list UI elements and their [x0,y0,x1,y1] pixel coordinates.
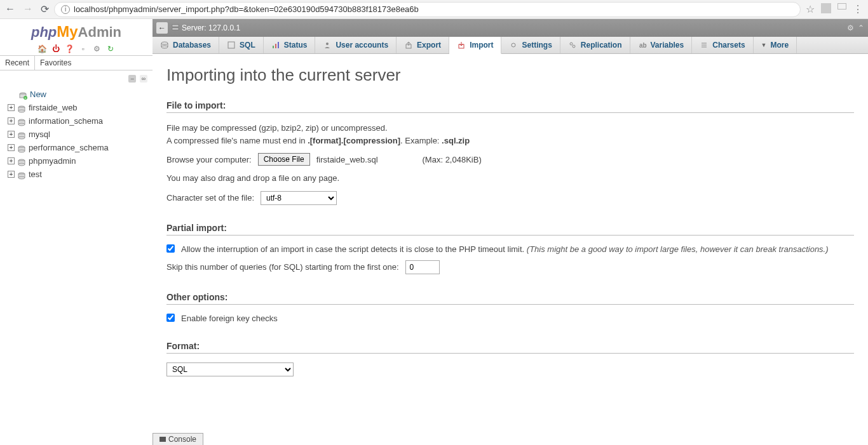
server-icon [172,23,179,33]
page-collapse-icon[interactable]: ⌃ [858,23,864,32]
collapse-nav-icon[interactable]: ← [156,22,168,34]
menu-icon[interactable]: ⋮ [853,3,863,15]
chosen-file-name: firstaide_web.sql [316,155,378,164]
reload-icon[interactable]: ⟳ [41,3,49,15]
tab-sql[interactable]: SQL [219,37,264,53]
fk-checks-label: Enable foreign key checks [181,314,278,323]
svg-point-35 [512,43,515,47]
svg-point-24 [161,42,168,44]
svg-rect-29 [273,46,274,48]
recent-tab[interactable]: Recent [0,56,35,70]
svg-point-6 [18,110,25,112]
expand-icon[interactable]: + [8,131,15,138]
chevron-down-icon: ▼ [761,42,767,48]
server-label[interactable]: Server: 127.0.0.1 [182,23,240,32]
home-icon[interactable]: 🏠 [37,44,46,53]
databases-icon [160,41,169,50]
allow-interrupt-label: Allow the interruption of an import in c… [181,244,829,254]
tab-variables[interactable]: abVariables [630,37,693,53]
svg-point-12 [18,136,25,139]
tab-status[interactable]: Status [264,37,316,53]
db-label: performance_schema [29,143,109,152]
charsets-icon [700,41,709,50]
back-icon[interactable]: ← [5,3,15,15]
database-icon [17,131,26,138]
svg-point-36 [570,43,573,45]
tab-replication[interactable]: Replication [560,37,630,53]
replication-icon [568,41,577,50]
tab-charsets[interactable]: Charsets [692,37,753,53]
tab-export[interactable]: Export [397,37,449,53]
svg-point-15 [18,150,25,152]
mail-icon[interactable] [837,3,846,10]
db-label: test [29,169,42,179]
expand-icon[interactable]: + [8,157,15,164]
database-icon [17,171,26,178]
server-breadcrumb: ← Server: 127.0.0.1 ⚙ ⌃ [153,19,868,37]
db-item-firstaide_web[interactable]: + firstaide_web [8,101,153,114]
url-text: localhost/phpmyadmin/server_import.php?d… [74,4,419,14]
svg-rect-28 [228,42,234,48]
tab-more[interactable]: ▼More [754,37,797,53]
page-settings-icon[interactable]: ⚙ [847,23,854,32]
forward-icon[interactable]: → [23,3,33,15]
link-icon[interactable]: ∞ [140,75,147,83]
settings-icon[interactable]: ⚙ [92,44,101,53]
skip-queries-label: Skip this number of queries (for SQL) st… [166,262,399,272]
tab-settings[interactable]: Settings [501,37,560,53]
sql-icon[interactable]: ▫ [79,44,88,53]
reload-nav-icon[interactable]: ↻ [106,44,115,53]
db-item-phpmyadmin[interactable]: + phpmyadmin [8,154,153,168]
svg-rect-30 [275,44,276,48]
new-database[interactable]: + New [8,88,153,101]
url-bar[interactable]: i localhost/phpmyadmin/server_import.php… [54,2,801,17]
star-icon[interactable]: ☆ [806,3,815,15]
pdf-icon[interactable] [821,3,831,13]
favorites-tab[interactable]: Favorites [35,56,76,70]
skip-queries-input[interactable] [405,260,440,274]
db-item-test[interactable]: + test [8,168,153,181]
svg-text:+: + [25,96,27,100]
dragdrop-hint: You may also drag and drop a file on any… [166,172,854,185]
svg-point-9 [18,123,25,126]
section-file-to-import: File to import: [166,100,854,113]
fk-checks-checkbox[interactable] [166,314,175,322]
logo[interactable]: phpMyAdmin [0,19,153,42]
tab-import[interactable]: Import [449,37,501,54]
console-icon [159,437,166,442]
sql-icon [227,41,236,50]
browse-label: Browse your computer: [166,155,252,164]
db-label: information_schema [29,116,103,126]
docs-icon[interactable]: ❓ [65,44,74,53]
expand-icon[interactable]: + [8,144,15,151]
database-icon [17,157,26,165]
gear-icon [509,41,518,50]
tab-user-accounts[interactable]: User accounts [315,37,397,53]
logout-icon[interactable]: ⏻ [51,44,60,53]
max-size-label: (Max: 2,048KiB) [423,155,482,164]
expand-icon[interactable]: + [8,171,15,178]
site-info-icon[interactable]: i [61,5,70,14]
tab-databases[interactable]: Databases [153,37,219,53]
format-select[interactable]: SQL [166,362,294,376]
expand-icon[interactable]: + [8,104,15,111]
new-database-label: New [30,90,46,99]
console-toggle[interactable]: Console [153,433,203,445]
tree-collapse-controls: – ∞ [0,70,153,85]
database-icon [17,144,26,152]
svg-point-25 [161,46,168,48]
section-other-options: Other options: [166,292,854,305]
collapse-all-icon[interactable]: – [128,75,136,83]
expand-icon[interactable]: + [8,117,15,124]
db-item-mysql[interactable]: + mysql [8,128,153,141]
allow-interrupt-checkbox[interactable] [166,244,175,253]
section-format: Format: [166,341,854,354]
svg-rect-31 [278,42,279,48]
db-item-performance_schema[interactable]: + performance_schema [8,141,153,154]
compress-hint-2: A compressed file's name must end in .[f… [166,135,854,147]
db-item-information_schema[interactable]: + information_schema [8,114,153,128]
choose-file-button[interactable]: Choose File [258,153,310,166]
charset-select[interactable]: utf-8 [261,191,337,205]
main-content: Importing into the current server File t… [153,54,868,445]
svg-rect-23 [172,28,179,30]
